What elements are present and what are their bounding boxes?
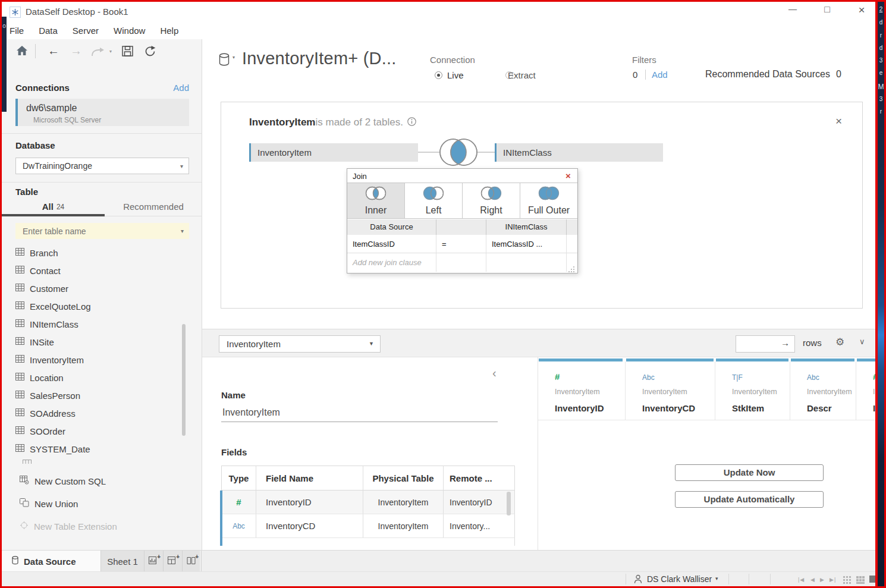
datasource-db-icon[interactable] [219, 53, 230, 69]
name-field[interactable] [222, 405, 496, 420]
menu-window[interactable]: Window [114, 26, 145, 36]
filters-add-link[interactable]: Add [652, 70, 668, 80]
table-item-inventoryitem[interactable]: InventoryItem [15, 351, 182, 369]
rows-input-box[interactable]: → [736, 335, 795, 353]
table-item-systemdate[interactable]: SYSTEM_Date [15, 440, 182, 458]
update-now-button[interactable]: Update Now [675, 464, 824, 481]
table-search-input[interactable] [15, 223, 171, 239]
logical-table-right[interactable]: INItemClass [495, 143, 663, 162]
empty-cell [436, 253, 486, 272]
grid-column-header[interactable]: # InventoryItem InventoryID [538, 361, 626, 420]
field-row[interactable]: Abc InventoryCD InventoryItem Inventory.… [221, 514, 515, 538]
table-item-customer[interactable]: Customer [15, 279, 182, 297]
union-icon [20, 498, 29, 510]
join-clause-row[interactable]: ItemClassID = ItemClassID ... [347, 235, 577, 253]
prev-page-icon[interactable]: ◀ [810, 577, 815, 583]
menu-help[interactable]: Help [160, 26, 178, 36]
chevron-down-icon[interactable]: ∨ [859, 337, 865, 346]
maximize-button[interactable]: □ [818, 4, 836, 17]
join-type-inner[interactable]: Inner [347, 183, 405, 218]
menu-file[interactable]: File [10, 26, 24, 36]
table-item-partial[interactable] [23, 459, 32, 464]
tab-all[interactable]: All 24 [2, 199, 105, 215]
table-item-contact[interactable]: Contact [15, 262, 182, 279]
back-icon[interactable]: ← [48, 44, 59, 58]
new-worksheet-button[interactable]: + [144, 551, 164, 572]
table-item-initemclass[interactable]: INItemClass [15, 315, 182, 333]
close-button[interactable]: × [853, 4, 871, 17]
tab-sheet1[interactable]: Sheet 1 [101, 551, 144, 572]
update-automatically-button[interactable]: Update Automatically [675, 491, 824, 508]
datasource-caret-icon[interactable]: ▾ [233, 55, 235, 60]
connections-label: Connections [15, 83, 70, 93]
field-row[interactable]: # InventoryID InventoryItem InventoryID [221, 490, 515, 514]
desktop-edge-strip-right: 2 d r d 3 e M 3 r [878, 2, 884, 586]
join-clause-operator[interactable]: = [436, 235, 486, 253]
grid-column-header[interactable]: Abc InventoryItem Descr [790, 361, 856, 420]
table-item-location[interactable]: Location [15, 369, 182, 386]
home-icon[interactable] [16, 45, 28, 58]
list-view-icon[interactable] [856, 576, 865, 586]
join-venn-icon[interactable] [438, 137, 479, 169]
new-story-button[interactable]: + [183, 551, 202, 572]
join-type-right[interactable]: Right [463, 183, 520, 218]
menu-data[interactable]: Data [39, 26, 58, 36]
join-dialog: Join × Inner Left Right Full Outer Data … [347, 168, 578, 273]
grid-column-header[interactable]: Abc InventoryItem InventoryCD [626, 361, 715, 420]
user-menu-caret-icon[interactable]: ▾ [715, 576, 718, 581]
live-radio-label[interactable]: Live [447, 70, 464, 80]
logical-table-left[interactable]: InventoryItem [249, 143, 418, 162]
table-item-soaddress[interactable]: SOAddress [15, 404, 182, 422]
new-table-extension[interactable]: New Table Extension [20, 517, 186, 535]
rows-go-arrow-icon[interactable]: → [781, 338, 790, 348]
table-item-branch[interactable]: Branch [15, 244, 182, 262]
join-clause-left[interactable]: ItemClassID [347, 235, 436, 253]
table-item-insite[interactable]: INSite [15, 333, 182, 351]
forward-icon[interactable]: → [70, 44, 82, 58]
rows-input[interactable] [736, 336, 781, 352]
join-clause-right[interactable]: ItemClassID ... [486, 235, 567, 253]
join-type-full-outer[interactable]: Full Outer [520, 183, 577, 218]
minimize-button[interactable]: — [784, 4, 802, 17]
datasource-title[interactable]: InventoryItem+ (D... [242, 49, 396, 68]
database-select[interactable]: DwTrainingOrange ▾ [15, 158, 189, 174]
add-join-clause-label[interactable]: Add new join clause [347, 253, 436, 272]
redo-icon[interactable] [90, 48, 105, 59]
sidebar-scrollbar[interactable] [182, 324, 186, 436]
refresh-icon[interactable] [144, 45, 156, 59]
table-item-salesperson[interactable]: SalesPerson [15, 386, 182, 404]
user-menu[interactable]: DS Clark Walliser [647, 574, 712, 584]
join-dialog-close-icon[interactable]: × [565, 171, 571, 181]
logical-table-select[interactable]: InventoryItem ▼ [219, 335, 381, 353]
join-canvas-close-icon[interactable]: × [835, 115, 842, 128]
resize-grip[interactable] [568, 265, 576, 276]
menu-server[interactable]: Server [73, 26, 99, 36]
add-join-clause-row[interactable]: Add new join clause [347, 253, 577, 272]
last-page-icon[interactable]: ▶| [830, 577, 836, 583]
empty-cell [486, 253, 567, 272]
fields-scrollbar[interactable] [507, 492, 511, 515]
extract-radio-label[interactable]: Extract [508, 70, 536, 80]
table-item-excelquotelog[interactable]: ExcelQuoteLog [15, 297, 182, 315]
gear-icon[interactable]: ⚙ [835, 336, 844, 348]
grid-view-icon[interactable] [843, 576, 851, 586]
first-page-icon[interactable]: |◀ [798, 577, 805, 583]
grid-column-header[interactable]: T|F InventoryItem StkItem [715, 361, 790, 420]
info-icon[interactable] [407, 117, 416, 128]
grid-column-header-clipped[interactable]: # Inve Iter [856, 361, 876, 420]
new-union[interactable]: New Union [20, 495, 186, 512]
tab-data-source[interactable]: Data Source [2, 551, 101, 572]
next-page-icon[interactable]: ▶ [820, 577, 825, 583]
new-custom-sql[interactable]: New Custom SQL [20, 472, 186, 490]
live-radio[interactable] [435, 71, 442, 79]
connection-item[interactable]: dw6\sample Microsoft SQL Server [15, 99, 189, 126]
join-type-left[interactable]: Left [405, 183, 463, 218]
collapse-panel-icon[interactable]: ‹ [492, 366, 497, 380]
redo-caret-icon[interactable]: ▾ [109, 49, 112, 54]
save-icon[interactable] [122, 46, 133, 59]
tab-recommended[interactable]: Recommended [105, 199, 202, 215]
new-dashboard-button[interactable]: + [164, 551, 183, 572]
table-item-soorder[interactable]: SOOrder [15, 422, 182, 440]
add-connection-link[interactable]: Add [170, 83, 189, 93]
table-search[interactable]: ▾ [15, 223, 189, 239]
